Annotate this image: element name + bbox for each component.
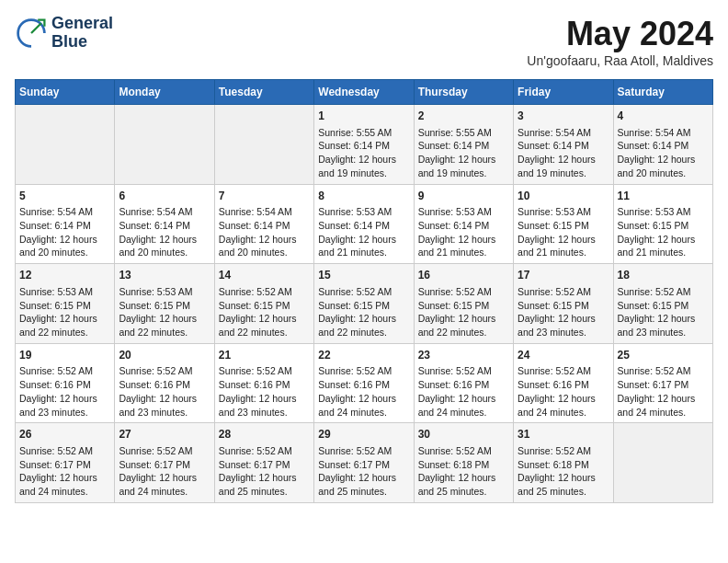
day-header-wednesday: Wednesday [314, 80, 414, 105]
calendar-cell [214, 105, 313, 185]
day-number: 14 [219, 268, 310, 283]
daylight: Daylight: 12 hours and 21 minutes. [318, 234, 396, 259]
day-number: 25 [618, 348, 709, 363]
sunrise: Sunrise: 5:55 AM [418, 127, 492, 138]
daylight: Daylight: 12 hours and 25 minutes. [219, 472, 297, 497]
daylight: Daylight: 12 hours and 19 minutes. [318, 154, 396, 178]
calendar-cell: 11 Sunrise: 5:53 AM Sunset: 6:15 PM Dayl… [613, 184, 712, 264]
calendar-cell: 7 Sunrise: 5:54 AM Sunset: 6:14 PM Dayli… [214, 184, 313, 264]
sunset: Sunset: 6:15 PM [119, 300, 190, 311]
calendar-cell: 14 Sunrise: 5:52 AM Sunset: 6:15 PM Dayl… [214, 264, 313, 344]
daylight: Daylight: 12 hours and 24 minutes. [618, 393, 696, 418]
sunrise: Sunrise: 5:52 AM [318, 365, 392, 376]
calendar-table: SundayMondayTuesdayWednesdayThursdayFrid… [15, 79, 713, 503]
day-number: 16 [418, 268, 509, 283]
sunset: Sunset: 6:17 PM [219, 459, 290, 470]
sunset: Sunset: 6:17 PM [119, 459, 190, 470]
sunrise: Sunrise: 5:55 AM [318, 127, 392, 138]
sunset: Sunset: 6:14 PM [219, 220, 290, 231]
sunrise: Sunrise: 5:52 AM [119, 445, 192, 456]
calendar-cell: 4 Sunrise: 5:54 AM Sunset: 6:14 PM Dayli… [613, 105, 712, 185]
calendar-cell: 12 Sunrise: 5:53 AM Sunset: 6:15 PM Dayl… [16, 264, 115, 344]
day-number: 3 [518, 109, 609, 124]
sunset: Sunset: 6:14 PM [418, 140, 490, 151]
day-number: 26 [19, 427, 110, 442]
daylight: Daylight: 12 hours and 25 minutes. [518, 472, 596, 497]
calendar-cell [115, 105, 214, 185]
sunrise: Sunrise: 5:52 AM [618, 286, 691, 297]
daylight: Daylight: 12 hours and 23 minutes. [19, 393, 97, 418]
page-header: General Blue May 2024 Un'goofaaru, Raa A… [15, 15, 713, 68]
sunset: Sunset: 6:14 PM [518, 140, 589, 151]
sunset: Sunset: 6:15 PM [318, 300, 390, 311]
sunset: Sunset: 6:16 PM [418, 379, 490, 390]
sunrise: Sunrise: 5:52 AM [219, 445, 292, 456]
sunset: Sunset: 6:14 PM [418, 220, 490, 231]
sunrise: Sunrise: 5:52 AM [19, 445, 93, 456]
title-block: May 2024 Un'goofaaru, Raa Atoll, Maldive… [527, 15, 713, 68]
day-number: 2 [418, 109, 509, 124]
day-number: 24 [518, 348, 609, 363]
daylight: Daylight: 12 hours and 24 minutes. [318, 393, 396, 418]
sunrise: Sunrise: 5:52 AM [418, 445, 492, 456]
daylight: Daylight: 12 hours and 25 minutes. [318, 472, 396, 497]
day-number: 7 [219, 189, 310, 204]
day-header-thursday: Thursday [414, 80, 513, 105]
day-number: 9 [418, 189, 509, 204]
calendar-cell: 25 Sunrise: 5:52 AM Sunset: 6:17 PM Dayl… [613, 343, 712, 423]
daylight: Daylight: 12 hours and 24 minutes. [518, 393, 596, 418]
sunrise: Sunrise: 5:53 AM [418, 206, 492, 217]
sunset: Sunset: 6:16 PM [219, 379, 290, 390]
sunrise: Sunrise: 5:52 AM [318, 445, 392, 456]
sunrise: Sunrise: 5:52 AM [518, 365, 591, 376]
calendar-cell: 9 Sunrise: 5:53 AM Sunset: 6:14 PM Dayli… [414, 184, 513, 264]
calendar-week-row: 1 Sunrise: 5:55 AM Sunset: 6:14 PM Dayli… [16, 105, 713, 185]
day-number: 21 [219, 348, 310, 363]
sunrise: Sunrise: 5:52 AM [219, 286, 292, 297]
calendar-cell: 2 Sunrise: 5:55 AM Sunset: 6:14 PM Dayli… [414, 105, 513, 185]
sunset: Sunset: 6:18 PM [518, 459, 589, 470]
calendar-cell: 8 Sunrise: 5:53 AM Sunset: 6:14 PM Dayli… [314, 184, 414, 264]
day-number: 15 [318, 268, 409, 283]
calendar-week-row: 19 Sunrise: 5:52 AM Sunset: 6:16 PM Dayl… [16, 343, 713, 423]
calendar-cell: 18 Sunrise: 5:52 AM Sunset: 6:15 PM Dayl… [613, 264, 712, 344]
daylight: Daylight: 12 hours and 22 minutes. [119, 313, 197, 338]
daylight: Daylight: 12 hours and 23 minutes. [219, 393, 297, 418]
sunrise: Sunrise: 5:54 AM [119, 206, 192, 217]
sunrise: Sunrise: 5:53 AM [119, 286, 192, 297]
calendar-week-row: 12 Sunrise: 5:53 AM Sunset: 6:15 PM Dayl… [16, 264, 713, 344]
sunrise: Sunrise: 5:53 AM [318, 206, 392, 217]
sunrise: Sunrise: 5:54 AM [618, 127, 691, 138]
daylight: Daylight: 12 hours and 23 minutes. [518, 313, 596, 338]
logo-text: General Blue [51, 15, 113, 52]
sunset: Sunset: 6:15 PM [19, 300, 91, 311]
day-header-monday: Monday [115, 80, 214, 105]
sunrise: Sunrise: 5:52 AM [518, 286, 591, 297]
daylight: Daylight: 12 hours and 21 minutes. [418, 234, 496, 259]
sunrise: Sunrise: 5:54 AM [219, 206, 292, 217]
day-number: 28 [219, 427, 310, 442]
sunset: Sunset: 6:16 PM [119, 379, 190, 390]
calendar-cell [613, 423, 712, 503]
daylight: Daylight: 12 hours and 24 minutes. [119, 472, 197, 497]
calendar-cell: 20 Sunrise: 5:52 AM Sunset: 6:16 PM Dayl… [115, 343, 214, 423]
sunrise: Sunrise: 5:54 AM [518, 127, 591, 138]
day-number: 18 [618, 268, 709, 283]
calendar-week-row: 5 Sunrise: 5:54 AM Sunset: 6:14 PM Dayli… [16, 184, 713, 264]
sunset: Sunset: 6:16 PM [518, 379, 589, 390]
sunset: Sunset: 6:18 PM [418, 459, 490, 470]
calendar-cell: 10 Sunrise: 5:53 AM Sunset: 6:15 PM Dayl… [514, 184, 613, 264]
day-number: 30 [418, 427, 509, 442]
calendar-week-row: 26 Sunrise: 5:52 AM Sunset: 6:17 PM Dayl… [16, 423, 713, 503]
calendar-cell: 31 Sunrise: 5:52 AM Sunset: 6:18 PM Dayl… [514, 423, 613, 503]
daylight: Daylight: 12 hours and 23 minutes. [618, 313, 696, 338]
sunset: Sunset: 6:16 PM [318, 379, 390, 390]
sunset: Sunset: 6:14 PM [618, 140, 689, 151]
sunset: Sunset: 6:14 PM [19, 220, 91, 231]
sunrise: Sunrise: 5:52 AM [219, 365, 292, 376]
sunrise: Sunrise: 5:52 AM [318, 286, 392, 297]
calendar-cell: 21 Sunrise: 5:52 AM Sunset: 6:16 PM Dayl… [214, 343, 313, 423]
day-number: 23 [418, 348, 509, 363]
calendar-cell: 24 Sunrise: 5:52 AM Sunset: 6:16 PM Dayl… [514, 343, 613, 423]
day-number: 22 [318, 348, 409, 363]
